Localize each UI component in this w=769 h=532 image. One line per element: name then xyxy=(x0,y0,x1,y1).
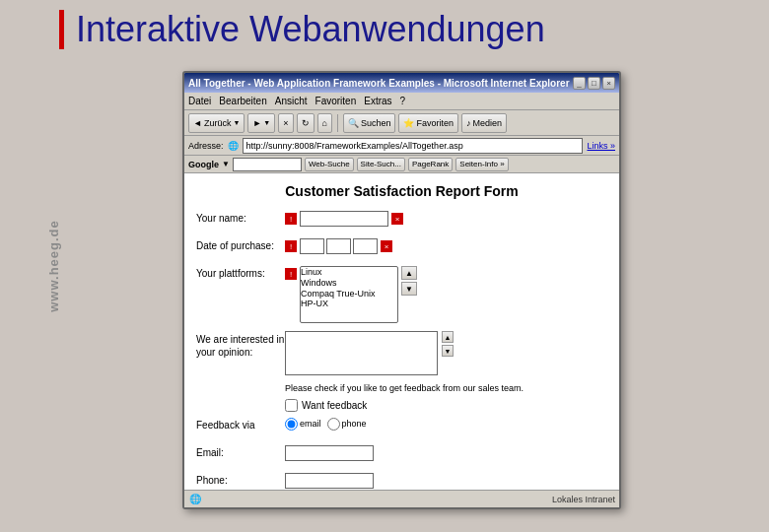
menu-help[interactable]: ? xyxy=(400,96,406,106)
textarea-scroll-down[interactable]: ▼ xyxy=(442,345,454,357)
platforms-select[interactable]: Linux Windows Compaq True-Unix HP-UX xyxy=(300,266,398,323)
date-day-input[interactable] xyxy=(300,238,324,254)
date-year-input[interactable] xyxy=(353,238,378,254)
browser-window: All Together - Web Application Framework… xyxy=(182,71,621,509)
google-bar: Google ▼ Web-Suche Site-Such... PageRank… xyxy=(184,156,619,173)
email-option-label: email xyxy=(300,419,321,429)
email-input[interactable] xyxy=(285,445,374,461)
google-search-input[interactable] xyxy=(233,158,302,171)
address-label: Adresse: xyxy=(188,141,224,151)
status-bar: 🌐 Lokales Intranet xyxy=(184,490,619,507)
menu-favoriten[interactable]: Favoriten xyxy=(315,96,357,106)
forward-button[interactable]: ► ▼ xyxy=(247,113,275,133)
content-area: Customer Satisfaction Report Form Your n… xyxy=(184,173,619,490)
name-label: Your name: xyxy=(196,211,285,224)
name-row: Your name: ! × xyxy=(196,211,607,231)
google-label: Google xyxy=(188,160,219,169)
scroll-down-button[interactable]: ▼ xyxy=(401,282,417,296)
menu-bar: Datei Bearbeiten Ansicht Favoriten Extra… xyxy=(184,93,619,110)
textarea-scroll-up[interactable]: ▲ xyxy=(442,331,454,343)
menu-bearbeiten[interactable]: Bearbeiten xyxy=(219,96,266,106)
date-field-group: ! × xyxy=(285,238,392,254)
media-icon: ♪ xyxy=(466,118,471,128)
email-row: Email: xyxy=(196,445,607,465)
window-controls: _ □ × xyxy=(573,77,615,90)
links-label: Links » xyxy=(587,141,615,151)
page-title: Interaktive Webanwendungen xyxy=(59,10,749,49)
media-button[interactable]: ♪ Medien xyxy=(461,113,507,133)
phone-label: Phone: xyxy=(196,473,285,486)
stop-icon: × xyxy=(283,118,288,128)
back-dropdown-icon: ▼ xyxy=(233,119,240,126)
platforms-field-group: ! Linux Windows Compaq True-Unix HP-UX ▲… xyxy=(285,266,417,323)
phone-input[interactable] xyxy=(285,473,374,489)
name-field-group: ! × xyxy=(285,211,403,227)
favorites-icon: ⭐ xyxy=(403,118,414,128)
phone-row: Phone: xyxy=(196,473,607,490)
home-icon: ⌂ xyxy=(322,118,327,128)
opinion-label: We are interested in your opinion: xyxy=(196,331,285,359)
feedback-via-label: Feedback via xyxy=(196,418,285,431)
status-globe-icon: 🌐 xyxy=(188,493,202,506)
close-button[interactable]: × xyxy=(602,77,615,90)
date-month-input[interactable] xyxy=(326,238,351,254)
platforms-required-icon: ! xyxy=(285,268,297,280)
phone-option-label: phone xyxy=(342,419,367,429)
name-required-icon: ! xyxy=(285,213,297,225)
date-inputs xyxy=(300,238,378,254)
phone-option: phone xyxy=(327,418,367,431)
opinion-textarea[interactable] xyxy=(285,331,438,375)
platforms-label: Your plattforms: xyxy=(196,266,285,279)
forward-dropdown-icon: ▼ xyxy=(263,119,270,126)
refresh-button[interactable]: ↻ xyxy=(297,113,315,133)
date-label: Date of purchase: xyxy=(196,238,285,251)
email-option: email xyxy=(285,418,321,431)
feedback-note: Please check if you like to get feedback… xyxy=(285,383,607,395)
form-title: Customer Satisfaction Report Form xyxy=(196,183,607,199)
platform-option-windows[interactable]: Windows xyxy=(301,278,397,289)
platform-option-linux[interactable]: Linux xyxy=(301,267,397,278)
date-required-icon: ! xyxy=(285,240,297,252)
name-clear-icon[interactable]: × xyxy=(391,213,403,225)
site-search-button[interactable]: Site-Such... xyxy=(357,158,405,171)
toolbar-separator-1 xyxy=(337,114,338,132)
back-button[interactable]: ◄ Zurück ▼ xyxy=(188,113,245,133)
header: Interaktive Webanwendungen xyxy=(59,10,749,49)
browser-title: All Together - Web Application Framework… xyxy=(188,78,570,89)
title-bar: All Together - Web Application Framework… xyxy=(184,73,619,93)
opinion-field-group: ▲ ▼ xyxy=(285,331,454,375)
favorites-button[interactable]: ⭐ Favoriten xyxy=(398,113,458,133)
forward-arrow-icon: ► xyxy=(252,118,261,128)
email-label: Email: xyxy=(196,445,285,458)
scroll-up-button[interactable]: ▲ xyxy=(401,266,417,280)
search-icon: 🔍 xyxy=(348,118,359,128)
want-feedback-row: Want feedback xyxy=(285,399,607,412)
want-feedback-checkbox[interactable] xyxy=(285,399,298,412)
feedback-via-row: Feedback via email phone xyxy=(196,418,607,437)
address-bar: Adresse: 🌐 Links » xyxy=(184,136,619,156)
maximize-button[interactable]: □ xyxy=(588,77,600,90)
address-icon: 🌐 xyxy=(228,141,239,151)
search-button[interactable]: 🔍 Suchen xyxy=(343,113,396,133)
menu-extras[interactable]: Extras xyxy=(364,96,391,106)
menu-datei[interactable]: Datei xyxy=(188,96,211,106)
platform-option-hpux[interactable]: HP-UX xyxy=(301,299,397,309)
stop-button[interactable]: × xyxy=(278,113,293,133)
feedback-via-options: email phone xyxy=(285,418,367,431)
date-clear-icon[interactable]: × xyxy=(381,240,392,252)
menu-ansicht[interactable]: Ansicht xyxy=(275,96,308,106)
intranet-label: Lokales Intranet xyxy=(552,495,615,504)
address-input[interactable] xyxy=(243,138,584,154)
date-row: Date of purchase: ! × xyxy=(196,238,607,258)
phone-radio[interactable] xyxy=(327,418,340,431)
pagerank-button[interactable]: PageRank xyxy=(408,158,453,171)
home-button[interactable]: ⌂ xyxy=(317,113,332,133)
name-input[interactable] xyxy=(300,211,388,227)
back-arrow-icon: ◄ xyxy=(193,118,202,128)
seiteninfo-button[interactable]: Seiten-Info » xyxy=(455,158,508,171)
platform-option-compaq[interactable]: Compaq True-Unix xyxy=(301,289,397,299)
email-radio[interactable] xyxy=(285,418,298,431)
minimize-button[interactable]: _ xyxy=(573,77,586,90)
platforms-row: Your plattforms: ! Linux Windows Compaq … xyxy=(196,266,607,323)
web-search-button[interactable]: Web-Suche xyxy=(305,158,354,171)
